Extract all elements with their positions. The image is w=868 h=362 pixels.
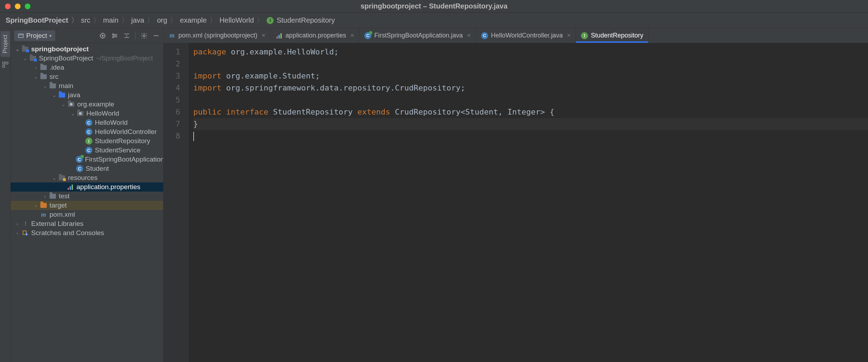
close-icon[interactable]: × [467,32,471,39]
tree-pom[interactable]: mpom.xml [11,210,163,219]
crumb-src[interactable]: src〉 [81,16,101,25]
svg-rect-13 [278,35,279,38]
close-icon[interactable]: × [567,32,571,39]
tree-target[interactable]: ›target [11,201,163,210]
chevron-down-icon: ⌄ [21,56,29,61]
chevron-right-icon: › [13,221,21,227]
divider [135,32,136,40]
folder-icon [40,74,47,79]
chevron-down-icon: ⌄ [69,111,76,116]
tree-helloworld-pkg[interactable]: ⌄HelloWorld [11,109,163,118]
svg-rect-0 [2,62,5,64]
structure-icon[interactable] [2,61,9,68]
close-icon[interactable]: × [350,32,354,39]
tab-firstapp[interactable]: CFirstSpringBootApplication.java× [359,28,476,43]
module-icon [30,56,36,61]
tree-root[interactable]: ⌄springbootproject [11,45,163,54]
chevron-right-icon: › [32,65,40,70]
svg-rect-9 [72,185,73,190]
chevron-down-icon: ⌄ [50,93,58,98]
chevron-down-icon: ⌄ [13,47,21,52]
tree-file-firstapp[interactable]: CFirstSpringBootApplication [11,155,163,164]
crumb-helloworld[interactable]: HelloWorld〉 [219,16,264,25]
tree-file-helloworld[interactable]: CHelloWorld [11,118,163,127]
project-toolwindow-tab[interactable]: Project [0,31,10,57]
chevron-right-icon: › [41,194,49,199]
properties-icon [67,183,74,191]
chevron-right-icon: › [13,230,21,236]
crumb-file[interactable]: I StudentRepository [267,16,335,24]
tree-src[interactable]: ⌄src [11,72,163,81]
tree-file-controller[interactable]: CHelloWorldController [11,127,163,136]
class-icon: C [76,165,83,172]
tree-module[interactable]: ⌄SpringBootProject~/SpringBootProject [11,54,163,63]
folder-icon [50,194,56,199]
svg-rect-12 [276,36,278,39]
hide-icon[interactable] [153,32,160,39]
svg-rect-7 [68,188,69,190]
svg-rect-1 [6,62,8,64]
class-icon: C [85,147,92,154]
tab-pom[interactable]: mpom.xml (springbootproject)× [164,28,271,43]
scratches-icon [22,230,28,236]
tree-resources[interactable]: ⌄resources [11,173,163,182]
chevron-down-icon: ⌄ [41,83,49,89]
tab-repository[interactable]: IStudentRepository [576,28,649,43]
runnable-class-icon: C [364,32,371,39]
properties-icon [276,32,283,39]
code-area[interactable]: package org.example.HelloWorld;import or… [188,43,868,362]
crumb-org[interactable]: org〉 [157,16,177,25]
left-gutter: Project [0,28,11,362]
interface-icon: I [267,17,274,24]
tree-test[interactable]: ›test [11,192,163,201]
svg-rect-14 [280,33,281,39]
crumb-main[interactable]: main〉 [103,16,128,25]
tree-java[interactable]: ⌄java [11,90,163,100]
tree-file-service[interactable]: CStudentService [11,146,163,155]
crumb-java[interactable]: java〉 [131,16,154,25]
package-icon [68,102,74,107]
resources-folder-icon [59,175,65,180]
editor-tabs: mpom.xml (springbootproject)× applicatio… [164,28,868,43]
runnable-class-icon: C [76,156,83,163]
tree-idea[interactable]: ›.idea [11,63,163,72]
class-icon: C [85,128,92,135]
folder-icon [40,65,47,70]
editor: mpom.xml (springbootproject)× applicatio… [164,28,868,362]
class-icon: C [481,32,488,39]
close-icon[interactable]: × [262,32,265,39]
interface-icon: I [581,32,588,39]
tree-package[interactable]: ⌄org.example [11,100,163,109]
tree-external-libs[interactable]: ›⦙⦙⦙External Libraries [11,219,163,228]
svg-rect-2 [2,65,5,68]
titlebar: springbootproject – StudentRepository.ja… [0,0,868,13]
gear-icon[interactable] [141,32,148,39]
tree-scratches[interactable]: ›Scratches and Consoles [11,228,163,238]
collapse-all-icon[interactable] [123,32,130,39]
svg-point-6 [143,35,145,36]
excluded-folder-icon [40,203,47,208]
window-minimize-icon[interactable] [15,4,21,9]
window-close-icon[interactable] [5,4,11,9]
crumb-project[interactable]: SpringBootProject〉 [6,16,78,25]
project-view-selector[interactable]: Project ▾ [14,30,55,41]
project-tree[interactable]: ⌄springbootproject ⌄SpringBootProject~/S… [11,43,163,362]
window-maximize-icon[interactable] [25,4,30,9]
tree-main[interactable]: ⌄main [11,81,163,90]
maven-icon: m [169,32,176,39]
interface-icon: I [85,138,92,145]
expand-all-icon[interactable] [111,32,118,39]
chevron-down-icon: ⌄ [32,74,40,80]
crumb-example[interactable]: example〉 [180,16,217,25]
tab-controller[interactable]: CHelloWorldController.java× [476,28,576,43]
tree-file-student[interactable]: CStudent [11,164,163,173]
locate-icon[interactable] [99,32,106,39]
line-gutter[interactable]: 12345678 [164,43,188,362]
svg-point-5 [102,35,103,36]
tree-file-repository[interactable]: IStudentRepository [11,136,163,146]
tab-appprops[interactable]: application.properties× [271,28,360,43]
tree-file-appprops[interactable]: application.properties [11,182,163,192]
svg-rect-3 [18,34,23,37]
svg-rect-8 [70,186,71,190]
package-icon [77,111,84,116]
